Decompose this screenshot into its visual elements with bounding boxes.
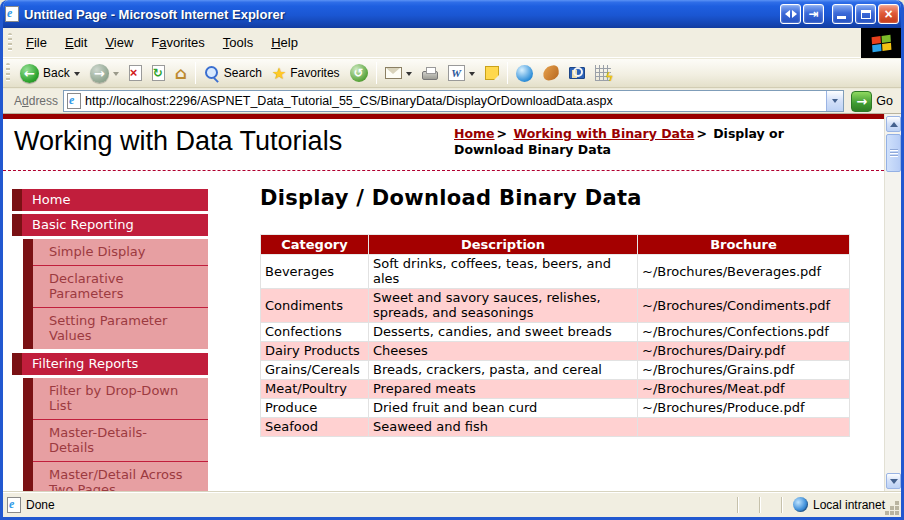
sidebar-item-declarative-parameters[interactable]: Declarative Parameters bbox=[33, 265, 208, 307]
search-icon bbox=[204, 65, 220, 81]
back-icon: ← bbox=[20, 64, 39, 83]
forward-dropdown-icon[interactable] bbox=[113, 72, 119, 79]
cell-brochure: ~/Brochures/Grains.pdf bbox=[638, 361, 850, 380]
table-row: SeafoodSeaweed and fish bbox=[261, 418, 850, 437]
sidebar-item-master-detail-across-two-pages[interactable]: Master/Detail Across Two Pages bbox=[33, 461, 208, 491]
home-button[interactable]: ⌂ bbox=[170, 61, 192, 86]
sidebar-item-master-details-details[interactable]: Master-Details-Details bbox=[33, 419, 208, 461]
search-button[interactable]: Search bbox=[199, 61, 267, 86]
table-row: Dairy ProductsCheeses~/Brochures/Dairy.p… bbox=[261, 342, 850, 361]
status-bar: Done Local intranet bbox=[3, 491, 901, 517]
sidebar-item-setting-parameter-values[interactable]: Setting Parameter Values bbox=[33, 307, 208, 349]
toolbar-grip[interactable] bbox=[6, 63, 10, 83]
print-button[interactable] bbox=[417, 61, 443, 86]
window-controls: ⇥ × bbox=[780, 4, 899, 24]
refresh-button[interactable]: ↻ bbox=[147, 61, 170, 86]
windows-logo-throbber bbox=[861, 28, 901, 58]
menu-file[interactable]: File bbox=[17, 32, 56, 53]
bullet-square-icon bbox=[12, 214, 22, 236]
menu-bar: File Edit View Favorites Tools Help bbox=[3, 28, 901, 58]
maximize-button[interactable] bbox=[855, 4, 876, 24]
cell-description: Dried fruit and bean curd bbox=[369, 399, 638, 418]
sidebar-item-filter-by-dropdown-list[interactable]: Filter by Drop-Down List bbox=[33, 378, 208, 419]
scroll-down-button[interactable] bbox=[886, 473, 901, 489]
breadcrumb-section-link[interactable]: Working with Binary Data bbox=[513, 126, 694, 141]
column-header-category: Category bbox=[261, 235, 369, 255]
toolbar-grip[interactable] bbox=[8, 33, 12, 53]
menu-favorites[interactable]: Favorites bbox=[142, 32, 213, 53]
back-dropdown-icon[interactable] bbox=[74, 72, 80, 79]
history-button[interactable]: ↺ bbox=[345, 61, 373, 86]
toolbar-separator bbox=[376, 62, 377, 84]
close-button[interactable]: × bbox=[878, 4, 899, 24]
status-page-icon bbox=[7, 497, 21, 513]
sidebar-item-filtering-reports[interactable]: Filtering Reports bbox=[12, 353, 208, 375]
mail-dropdown-icon[interactable] bbox=[406, 72, 412, 79]
sidebar-item-home[interactable]: Home bbox=[12, 189, 208, 211]
plugin-icon bbox=[541, 64, 560, 81]
pan-left-right-button[interactable] bbox=[780, 4, 801, 24]
address-dropdown-button[interactable] bbox=[826, 91, 843, 111]
go-button[interactable]: → Go bbox=[849, 91, 899, 112]
cell-category: Dairy Products bbox=[261, 342, 369, 361]
ie-page-icon bbox=[5, 6, 19, 22]
table-row: BeveragesSoft drinks, coffees, teas, bee… bbox=[261, 255, 850, 289]
plugin-button[interactable] bbox=[538, 61, 564, 86]
messenger-button[interactable] bbox=[511, 61, 538, 86]
table-row: CondimentsSweet and savory sauces, relis… bbox=[261, 289, 850, 323]
forward-button[interactable]: → bbox=[85, 61, 124, 86]
address-input[interactable]: http://localhost:2296/ASPNET_Data_Tutori… bbox=[63, 90, 844, 112]
scrollbar-thumb[interactable] bbox=[886, 134, 901, 172]
stop-icon: × bbox=[129, 65, 142, 81]
menu-tools[interactable]: Tools bbox=[214, 32, 262, 53]
sidebar-item-simple-display[interactable]: Simple Display bbox=[33, 239, 208, 265]
word-dropdown-icon[interactable] bbox=[469, 72, 475, 79]
zone-label: Local intranet bbox=[813, 498, 885, 512]
cell-brochure: ~/Brochures/Dairy.pdf bbox=[638, 342, 850, 361]
titlebar[interactable]: Untitled Page - Microsoft Internet Explo… bbox=[0, 0, 904, 28]
stop-button[interactable]: × bbox=[124, 61, 147, 86]
minimize-button[interactable] bbox=[832, 4, 853, 24]
edit-with-word-button[interactable]: W bbox=[443, 61, 480, 86]
search-label: Search bbox=[224, 66, 262, 80]
breadcrumb-home-link[interactable]: Home bbox=[454, 126, 495, 141]
cell-category: Condiments bbox=[261, 289, 369, 323]
menu-help[interactable]: Help bbox=[262, 32, 307, 53]
browser-viewport: Working with Data Tutorials Home> Workin… bbox=[3, 114, 901, 491]
sidebar-item-basic-reporting[interactable]: Basic Reporting bbox=[12, 214, 208, 236]
home-icon: ⌂ bbox=[175, 65, 187, 82]
sidebar-nav: Home Basic Reporting Simple Display Decl… bbox=[12, 189, 208, 491]
cell-description: Soft drinks, coffees, teas, beers, and a… bbox=[369, 255, 638, 289]
table-row: ConfectionsDesserts, candies, and sweet … bbox=[261, 323, 850, 342]
messenger-note-button[interactable] bbox=[480, 61, 504, 86]
validator-button[interactable] bbox=[590, 61, 616, 86]
standard-buttons-toolbar: ← Back → × ↻ ⌂ Search ★ Favorites ↺ W bbox=[3, 59, 901, 88]
chevron-down-icon bbox=[832, 99, 838, 106]
bullet-square-icon bbox=[12, 353, 22, 375]
detach-window-button[interactable]: ⇥ bbox=[803, 4, 824, 24]
go-label: Go bbox=[876, 94, 893, 108]
research-button[interactable] bbox=[564, 61, 590, 86]
resize-grip[interactable] bbox=[895, 511, 899, 515]
menu-edit[interactable]: Edit bbox=[56, 32, 96, 53]
note-icon bbox=[485, 66, 499, 80]
vertical-scrollbar[interactable] bbox=[884, 114, 901, 491]
sidebar-item-label: Filtering Reports bbox=[22, 353, 208, 375]
cell-brochure: ~/Brochures/Beverages.pdf bbox=[638, 255, 850, 289]
sidebar-group: Simple Display Declarative Parameters Se… bbox=[23, 239, 208, 349]
address-url: http://localhost:2296/ASPNET_Data_Tutori… bbox=[85, 94, 822, 108]
table-row: Meat/PoultryPrepared meats~/Brochures/Me… bbox=[261, 380, 850, 399]
back-button[interactable]: ← Back bbox=[15, 61, 85, 86]
table-header-row: Category Description Brochure bbox=[261, 235, 850, 255]
group-strip-icon bbox=[23, 239, 33, 349]
chevron-down-icon bbox=[890, 479, 898, 488]
menu-view[interactable]: View bbox=[96, 32, 142, 53]
cell-description: Breads, crackers, pasta, and cereal bbox=[369, 361, 638, 380]
cell-description: Prepared meats bbox=[369, 380, 638, 399]
favorites-button[interactable]: ★ Favorites bbox=[267, 61, 345, 86]
cell-description: Desserts, candies, and sweet breads bbox=[369, 323, 638, 342]
status-divider bbox=[737, 497, 739, 513]
scroll-up-button[interactable] bbox=[886, 116, 901, 132]
cell-category: Beverages bbox=[261, 255, 369, 289]
mail-button[interactable] bbox=[380, 61, 417, 86]
